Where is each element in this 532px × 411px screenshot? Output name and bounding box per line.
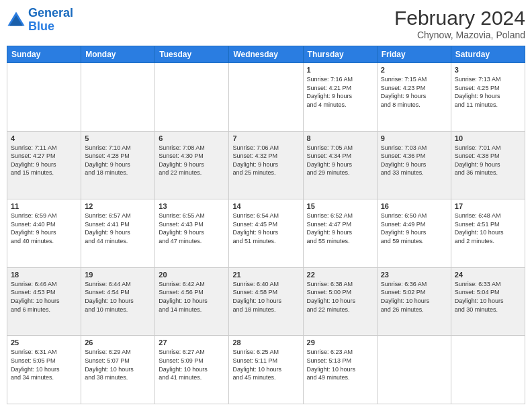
calendar-cell	[451, 336, 525, 404]
calendar-cell: 16Sunrise: 6:50 AM Sunset: 4:49 PM Dayli…	[377, 199, 451, 268]
day-number: 12	[85, 202, 151, 210]
calendar-cell: 21Sunrise: 6:40 AM Sunset: 4:58 PM Dayli…	[229, 267, 303, 336]
day-info: Sunrise: 7:15 AM Sunset: 4:23 PM Dayligh…	[381, 75, 447, 109]
col-thursday: Thursday	[303, 46, 377, 63]
title-block: February 2024 Chynow, Mazovia, Poland	[394, 7, 525, 40]
calendar-cell: 24Sunrise: 6:33 AM Sunset: 5:04 PM Dayli…	[451, 267, 525, 336]
day-info: Sunrise: 7:16 AM Sunset: 4:21 PM Dayligh…	[307, 75, 373, 109]
day-info: Sunrise: 6:52 AM Sunset: 4:47 PM Dayligh…	[307, 212, 373, 245]
col-saturday: Saturday	[451, 46, 525, 63]
day-number: 18	[11, 271, 77, 279]
header-row: Sunday Monday Tuesday Wednesday Thursday…	[7, 46, 525, 63]
day-number: 6	[159, 134, 225, 142]
day-number: 22	[307, 271, 373, 279]
logo-line1: General	[28, 6, 73, 19]
day-info: Sunrise: 6:48 AM Sunset: 4:51 PM Dayligh…	[455, 212, 521, 245]
calendar-cell: 13Sunrise: 6:55 AM Sunset: 4:43 PM Dayli…	[155, 199, 229, 268]
calendar-week-1: 4Sunrise: 7:11 AM Sunset: 4:27 PM Daylig…	[7, 131, 525, 199]
day-number: 8	[307, 134, 373, 142]
day-info: Sunrise: 6:25 AM Sunset: 5:11 PM Dayligh…	[232, 348, 299, 381]
day-number: 21	[232, 271, 299, 279]
day-info: Sunrise: 6:42 AM Sunset: 4:56 PM Dayligh…	[159, 280, 225, 314]
header: General Blue February 2024 Chynow, Mazov…	[7, 7, 525, 40]
day-number: 1	[307, 66, 373, 74]
day-info: Sunrise: 6:44 AM Sunset: 4:54 PM Dayligh…	[85, 280, 151, 314]
calendar-cell: 17Sunrise: 6:48 AM Sunset: 4:51 PM Dayli…	[451, 199, 525, 268]
calendar-cell: 23Sunrise: 6:36 AM Sunset: 5:02 PM Dayli…	[377, 267, 451, 336]
calendar-cell: 7Sunrise: 7:06 AM Sunset: 4:32 PM Daylig…	[229, 131, 303, 199]
day-info: Sunrise: 6:50 AM Sunset: 4:49 PM Dayligh…	[381, 212, 447, 245]
day-number: 28	[232, 338, 299, 347]
day-number: 23	[381, 271, 447, 279]
day-number: 27	[159, 338, 225, 347]
calendar-cell: 2Sunrise: 7:15 AM Sunset: 4:23 PM Daylig…	[377, 63, 451, 132]
day-info: Sunrise: 6:55 AM Sunset: 4:43 PM Dayligh…	[159, 212, 225, 245]
day-info: Sunrise: 6:27 AM Sunset: 5:09 PM Dayligh…	[159, 348, 225, 381]
calendar-cell	[377, 336, 451, 404]
day-info: Sunrise: 6:23 AM Sunset: 5:13 PM Dayligh…	[307, 348, 373, 381]
location: Chynow, Mazovia, Poland	[394, 30, 525, 40]
day-number: 19	[85, 271, 151, 279]
col-friday: Friday	[377, 46, 451, 63]
day-info: Sunrise: 6:33 AM Sunset: 5:04 PM Dayligh…	[455, 280, 521, 314]
day-number: 7	[232, 134, 299, 142]
day-number: 5	[85, 134, 151, 142]
col-wednesday: Wednesday	[229, 46, 303, 63]
calendar-cell	[155, 63, 229, 132]
calendar-cell: 25Sunrise: 6:31 AM Sunset: 5:05 PM Dayli…	[7, 336, 81, 404]
calendar-cell: 20Sunrise: 6:42 AM Sunset: 4:56 PM Dayli…	[155, 267, 229, 336]
calendar-cell: 27Sunrise: 6:27 AM Sunset: 5:09 PM Dayli…	[155, 336, 229, 404]
calendar-cell: 11Sunrise: 6:59 AM Sunset: 4:40 PM Dayli…	[7, 199, 81, 268]
calendar-table: Sunday Monday Tuesday Wednesday Thursday…	[7, 46, 525, 404]
day-number: 25	[11, 338, 77, 347]
calendar-week-2: 11Sunrise: 6:59 AM Sunset: 4:40 PM Dayli…	[7, 199, 525, 268]
day-info: Sunrise: 7:10 AM Sunset: 4:28 PM Dayligh…	[85, 144, 151, 177]
calendar-cell: 3Sunrise: 7:13 AM Sunset: 4:25 PM Daylig…	[451, 63, 525, 132]
day-info: Sunrise: 6:29 AM Sunset: 5:07 PM Dayligh…	[85, 348, 151, 381]
calendar-cell: 18Sunrise: 6:46 AM Sunset: 4:53 PM Dayli…	[7, 267, 81, 336]
month-title: February 2024	[394, 7, 525, 30]
day-number: 10	[455, 134, 521, 142]
day-info: Sunrise: 6:40 AM Sunset: 4:58 PM Dayligh…	[232, 280, 299, 314]
day-info: Sunrise: 7:01 AM Sunset: 4:38 PM Dayligh…	[455, 144, 521, 177]
calendar-week-4: 25Sunrise: 6:31 AM Sunset: 5:05 PM Dayli…	[7, 336, 525, 404]
page: General Blue February 2024 Chynow, Mazov…	[0, 0, 532, 411]
calendar-cell: 9Sunrise: 7:03 AM Sunset: 4:36 PM Daylig…	[377, 131, 451, 199]
day-number: 17	[455, 202, 521, 210]
calendar-cell: 6Sunrise: 7:08 AM Sunset: 4:30 PM Daylig…	[155, 131, 229, 199]
day-info: Sunrise: 6:36 AM Sunset: 5:02 PM Dayligh…	[381, 280, 447, 314]
calendar-cell: 28Sunrise: 6:25 AM Sunset: 5:11 PM Dayli…	[229, 336, 303, 404]
calendar-cell: 8Sunrise: 7:05 AM Sunset: 4:34 PM Daylig…	[303, 131, 377, 199]
day-info: Sunrise: 7:11 AM Sunset: 4:27 PM Dayligh…	[11, 144, 77, 177]
calendar-week-0: 1Sunrise: 7:16 AM Sunset: 4:21 PM Daylig…	[7, 63, 525, 132]
day-number: 20	[159, 271, 225, 279]
day-number: 15	[307, 202, 373, 210]
calendar-cell: 19Sunrise: 6:44 AM Sunset: 4:54 PM Dayli…	[81, 267, 155, 336]
calendar-cell: 10Sunrise: 7:01 AM Sunset: 4:38 PM Dayli…	[451, 131, 525, 199]
calendar-cell: 26Sunrise: 6:29 AM Sunset: 5:07 PM Dayli…	[81, 336, 155, 404]
calendar-week-3: 18Sunrise: 6:46 AM Sunset: 4:53 PM Dayli…	[7, 267, 525, 336]
day-number: 2	[381, 66, 447, 74]
calendar-cell: 12Sunrise: 6:57 AM Sunset: 4:41 PM Dayli…	[81, 199, 155, 268]
day-number: 3	[455, 66, 521, 74]
calendar-cell: 5Sunrise: 7:10 AM Sunset: 4:28 PM Daylig…	[81, 131, 155, 199]
day-info: Sunrise: 7:13 AM Sunset: 4:25 PM Dayligh…	[455, 75, 521, 109]
day-info: Sunrise: 6:54 AM Sunset: 4:45 PM Dayligh…	[232, 212, 299, 245]
day-number: 9	[381, 134, 447, 142]
calendar-cell	[81, 63, 155, 132]
day-number: 4	[11, 134, 77, 142]
day-info: Sunrise: 6:31 AM Sunset: 5:05 PM Dayligh…	[11, 348, 77, 381]
calendar-cell: 1Sunrise: 7:16 AM Sunset: 4:21 PM Daylig…	[303, 63, 377, 132]
day-number: 29	[307, 338, 373, 347]
calendar-cell: 15Sunrise: 6:52 AM Sunset: 4:47 PM Dayli…	[303, 199, 377, 268]
col-tuesday: Tuesday	[155, 46, 229, 63]
day-number: 16	[381, 202, 447, 210]
logo-line2: Blue	[28, 20, 73, 34]
day-number: 26	[85, 338, 151, 347]
logo-text: General Blue	[28, 7, 73, 34]
day-info: Sunrise: 7:03 AM Sunset: 4:36 PM Dayligh…	[381, 144, 447, 177]
calendar-cell	[7, 63, 81, 132]
day-info: Sunrise: 7:08 AM Sunset: 4:30 PM Dayligh…	[159, 144, 225, 177]
calendar-body: 1Sunrise: 7:16 AM Sunset: 4:21 PM Daylig…	[7, 63, 525, 404]
day-info: Sunrise: 6:38 AM Sunset: 5:00 PM Dayligh…	[307, 280, 373, 314]
